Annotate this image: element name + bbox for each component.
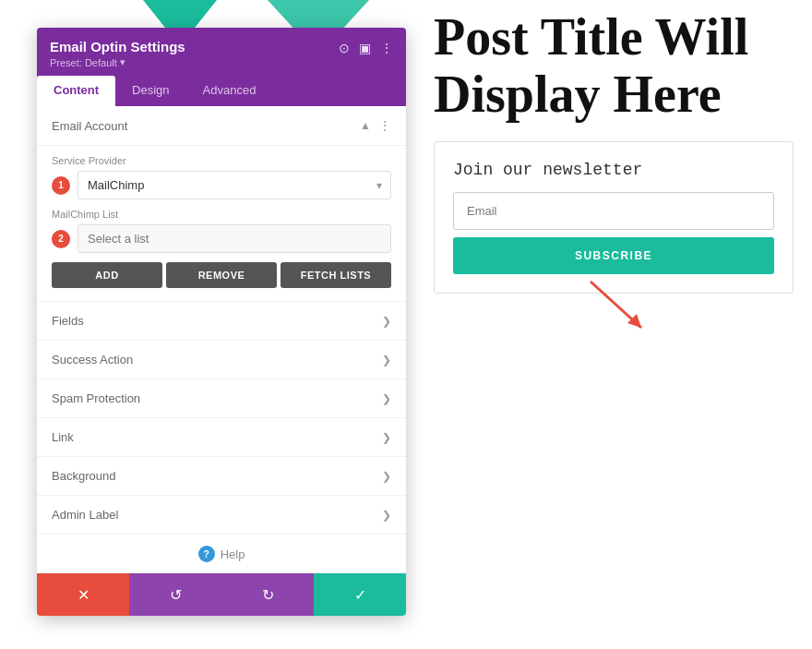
spam-protection-title: Spam Protection bbox=[52, 391, 140, 405]
success-action-header[interactable]: Success Action ❯ bbox=[37, 341, 406, 379]
email-account-header[interactable]: Email Account ▲ ⋮ bbox=[37, 106, 406, 146]
fetch-lists-button[interactable]: FETCH LISTS bbox=[281, 262, 391, 288]
help-question-mark: ? bbox=[203, 548, 209, 559]
email-account-chevron-icon: ▲ bbox=[360, 119, 371, 132]
help-icon: ? bbox=[198, 546, 215, 562]
background-section: Background ❯ bbox=[37, 457, 406, 496]
panel-header-icons: ⊙ ▣ ⋮ bbox=[339, 41, 393, 55]
admin-label-title: Admin Label bbox=[52, 508, 118, 522]
email-account-section: Email Account ▲ ⋮ Service Provider 1 Mai… bbox=[37, 106, 406, 302]
email-input-preview[interactable] bbox=[453, 192, 774, 230]
email-account-content: Service Provider 1 MailChimp ▾ MailChimp… bbox=[37, 155, 406, 301]
newsletter-title: Join our newsletter bbox=[453, 161, 774, 179]
post-title-preview: Post Title Will Display Here bbox=[415, 0, 812, 123]
right-preview: Post Title Will Display Here Join our ne… bbox=[415, 0, 812, 649]
spam-protection-section: Spam Protection ❯ bbox=[37, 379, 406, 418]
panel-preset[interactable]: Preset: Default ▾ bbox=[50, 56, 185, 68]
list-buttons-row: ADD REMOVE FETCH LISTS bbox=[52, 262, 391, 288]
link-header[interactable]: Link ❯ bbox=[37, 418, 406, 456]
undo-button[interactable]: ↺ bbox=[129, 573, 221, 616]
tab-design[interactable]: Design bbox=[115, 76, 185, 106]
spam-protection-chevron-icon: ❯ bbox=[382, 392, 391, 405]
newsletter-box: Join our newsletter SUBSCRIBE bbox=[434, 141, 794, 294]
remove-button[interactable]: REMOVE bbox=[166, 262, 277, 288]
tab-advanced[interactable]: Advanced bbox=[186, 76, 273, 106]
panel-title-group: Email Optin Settings Preset: Default ▾ bbox=[50, 39, 185, 68]
email-account-header-left: Email Account bbox=[52, 119, 127, 133]
link-chevron-icon: ❯ bbox=[382, 431, 391, 444]
preset-label: Preset: Default bbox=[50, 57, 117, 68]
step-1-badge: 1 bbox=[52, 176, 70, 195]
panel-toolbar: ✕ ↺ ↻ ✓ bbox=[37, 573, 406, 616]
help-label[interactable]: Help bbox=[221, 547, 245, 561]
success-action-title: Success Action bbox=[52, 353, 133, 367]
success-action-chevron-icon: ❯ bbox=[382, 354, 391, 367]
link-title: Link bbox=[52, 430, 74, 444]
email-optin-settings-panel: Email Optin Settings Preset: Default ▾ ⊙… bbox=[37, 28, 406, 616]
panel-tabs: Content Design Advanced bbox=[37, 76, 406, 106]
panel-body: Email Account ▲ ⋮ Service Provider 1 Mai… bbox=[37, 106, 406, 573]
success-action-section: Success Action ❯ bbox=[37, 341, 406, 379]
help-row: ? Help bbox=[37, 535, 406, 573]
email-account-more-icon[interactable]: ⋮ bbox=[378, 118, 391, 133]
admin-label-chevron-icon: ❯ bbox=[382, 509, 391, 522]
background-header[interactable]: Background ❯ bbox=[37, 457, 406, 495]
more-options-icon[interactable]: ⋮ bbox=[380, 41, 393, 55]
spam-protection-header[interactable]: Spam Protection ❯ bbox=[37, 379, 406, 417]
admin-label-section: Admin Label ❯ bbox=[37, 496, 406, 535]
redo-button[interactable]: ↻ bbox=[221, 573, 314, 616]
service-provider-select[interactable]: MailChimp bbox=[78, 171, 391, 199]
service-provider-label: Service Provider bbox=[52, 155, 391, 166]
background-chevron-icon: ❯ bbox=[382, 470, 391, 483]
panel-header: Email Optin Settings Preset: Default ▾ ⊙… bbox=[37, 28, 406, 76]
cancel-button[interactable]: ✕ bbox=[37, 573, 129, 616]
save-button[interactable]: ✓ bbox=[314, 573, 406, 616]
arrow-decoration bbox=[581, 272, 655, 350]
circle-icon[interactable]: ⊙ bbox=[339, 41, 350, 55]
panel-title: Email Optin Settings bbox=[50, 39, 185, 54]
fields-section: Fields ❯ bbox=[37, 302, 406, 341]
email-account-title: Email Account bbox=[52, 119, 127, 133]
fields-title: Fields bbox=[52, 314, 84, 328]
grid-icon[interactable]: ▣ bbox=[359, 41, 371, 55]
preset-arrow-icon: ▾ bbox=[120, 56, 125, 68]
mailchimp-list-wrapper: 2 bbox=[52, 224, 391, 253]
admin-label-header[interactable]: Admin Label ❯ bbox=[37, 496, 406, 534]
fields-header[interactable]: Fields ❯ bbox=[37, 302, 406, 340]
step-2-badge: 2 bbox=[52, 230, 70, 248]
fields-chevron-icon: ❯ bbox=[382, 315, 391, 328]
background-title: Background bbox=[52, 469, 115, 483]
mailchimp-list-input[interactable] bbox=[78, 224, 391, 253]
mailchimp-list-label: MailChimp List bbox=[52, 209, 391, 220]
link-section: Link ❯ bbox=[37, 418, 406, 457]
add-button[interactable]: ADD bbox=[52, 262, 162, 288]
subscribe-button[interactable]: SUBSCRIBE bbox=[453, 237, 774, 274]
service-provider-wrapper: 1 MailChimp ▾ bbox=[52, 171, 391, 199]
tab-content[interactable]: Content bbox=[37, 76, 115, 106]
